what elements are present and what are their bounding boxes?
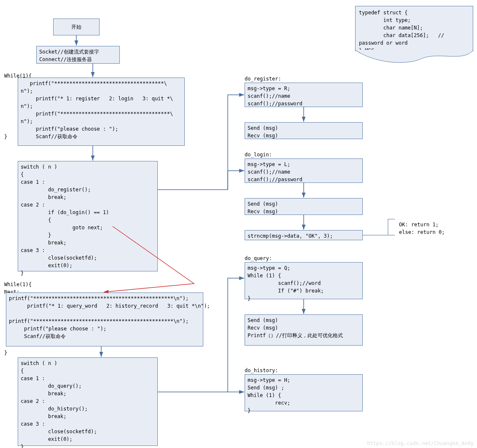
- switch1-box: switch ( n ) { case 1 : do_register(); b…: [18, 161, 158, 271]
- struct-note: typedef struct { int type; char name[N];…: [355, 6, 473, 51]
- do-history-label: do_history:: [245, 367, 278, 374]
- do-register-label: do_register:: [245, 75, 281, 83]
- menu2-box: printf("********************************…: [6, 292, 203, 346]
- login-box2: Send (msg) Recv (msg): [245, 198, 363, 215]
- watermark: https://blog.csdn.net/Chuangke_Andy: [367, 440, 474, 446]
- query-box2: Send (msg) Recv (msg) Printf（）//打印释义，此处可…: [245, 314, 363, 346]
- do-query-label: do_query:: [245, 255, 272, 262]
- reg-box2: Send (msg) Recv (msg): [245, 122, 363, 139]
- login-note: OK: return 1; else: return 0;: [399, 221, 445, 236]
- history-box1: msg->type = H; Send (msg) ; While (1) { …: [245, 374, 363, 411]
- start-box: 开始: [53, 19, 100, 35]
- login-box1: msg->type = L; scanf();//name scanf();//…: [245, 158, 363, 183]
- reg-box1: msg->type = R; scanf();//name scanf();//…: [245, 83, 363, 107]
- switch2-box: switch ( n ) { case 1 : do_query(); brea…: [18, 357, 158, 446]
- do-login-label: do_login:: [245, 151, 272, 158]
- menu1-box: printf("********************************…: [18, 78, 185, 146]
- login-box3: strncmp(msg->data, "OK", 3);: [245, 230, 363, 240]
- query-box1: msg->type = Q; While (1) { scanf();//wor…: [245, 262, 363, 299]
- socket-box: Socket//创建流式套接字 Connect//连接服务器: [36, 46, 120, 64]
